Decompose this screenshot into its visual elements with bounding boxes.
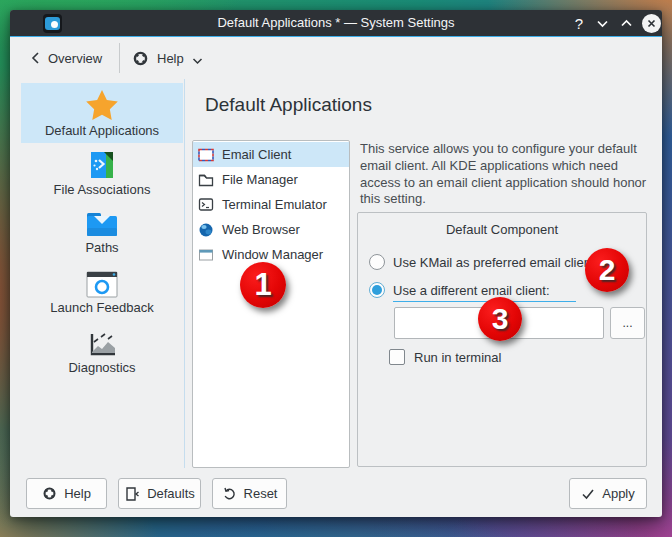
help-button[interactable]: Help: [26, 478, 107, 509]
annotation-badge-1: 1: [240, 262, 286, 308]
annotation-badge-2: 2: [585, 248, 629, 292]
sidebar-item-label: Diagnostics: [68, 360, 135, 375]
document-revert-icon: [124, 486, 140, 502]
help-menu-button[interactable]: Help: [132, 37, 203, 79]
radio-checked-icon: [369, 282, 385, 298]
close-button[interactable]: [638, 10, 664, 37]
service-row-label: Window Manager: [222, 247, 323, 262]
diagnostics-icon: [87, 332, 117, 358]
window-icon: [198, 248, 214, 262]
globe-icon: [198, 222, 214, 238]
group-title: Default Component: [358, 222, 646, 237]
service-row-terminal-emulator[interactable]: Terminal Emulator: [193, 192, 349, 217]
sidebar-item-label: File Associations: [54, 182, 151, 197]
toolbar-separator: [119, 43, 120, 73]
radio-unchecked-icon: [369, 254, 385, 270]
radio-use-kmail[interactable]: Use KMail as preferred email client: [369, 254, 595, 270]
folder-icon: [198, 172, 214, 187]
sidebar-item-label: Default Applications: [45, 123, 159, 138]
maximize-button[interactable]: [614, 10, 638, 37]
star-icon: [85, 89, 119, 121]
folder-icon: [86, 211, 118, 238]
sidebar-item-file-associations[interactable]: File Associations: [21, 143, 183, 203]
checkbox-label: Run in terminal: [414, 350, 501, 365]
sidebar-item-label: Paths: [85, 240, 118, 255]
service-row-label: Email Client: [222, 147, 291, 162]
annotation-badge-3: 3: [478, 297, 522, 341]
close-icon: [642, 14, 661, 33]
sidebar-item-paths[interactable]: Paths: [21, 203, 183, 263]
titlebar-help-button[interactable]: ?: [566, 10, 592, 37]
overview-label: Overview: [48, 51, 102, 66]
run-in-terminal-checkbox[interactable]: Run in terminal: [389, 349, 501, 365]
sidebar-item-default-applications[interactable]: Default Applications: [21, 83, 183, 143]
help-icon: [132, 50, 149, 67]
reset-button-label: Reset: [244, 486, 278, 501]
checkmark-icon: [581, 488, 595, 500]
launch-feedback-icon: [86, 271, 118, 298]
service-row-email-client[interactable]: Email Client: [193, 142, 349, 167]
overview-back-button[interactable]: Overview: [30, 37, 102, 79]
sidebar-item-label: Launch Feedback: [50, 300, 153, 315]
chevron-left-icon: [30, 51, 40, 65]
service-row-web-browser[interactable]: Web Browser: [193, 217, 349, 242]
service-description: This service allows you to configure you…: [360, 141, 656, 208]
chevron-down-icon: [596, 19, 609, 28]
defaults-button-label: Defaults: [147, 486, 195, 501]
service-row-file-manager[interactable]: File Manager: [193, 167, 349, 192]
help-label: Help: [157, 51, 184, 66]
toolbar: Overview Help: [10, 37, 662, 79]
help-button-label: Help: [64, 486, 91, 501]
system-settings-window: Default Applications * — System Settings…: [10, 10, 662, 517]
undo-icon: [222, 486, 237, 501]
defaults-button[interactable]: Defaults: [118, 478, 201, 509]
service-row-label: File Manager: [222, 172, 298, 187]
help-icon: [42, 486, 57, 501]
chevron-up-icon: [620, 19, 633, 28]
radio-use-different-client[interactable]: Use a different email client:: [369, 282, 576, 302]
browse-button[interactable]: ...: [610, 307, 645, 339]
radio-label: Use KMail as preferred email client: [393, 254, 595, 270]
sidebar-item-diagnostics[interactable]: Diagnostics: [21, 323, 183, 383]
chevron-down-icon: [192, 57, 203, 65]
file-associations-icon: [87, 150, 117, 180]
sidebar-item-launch-feedback[interactable]: Launch Feedback: [21, 263, 183, 323]
service-row-label: Terminal Emulator: [222, 197, 327, 212]
page-title: Default Applications: [205, 94, 372, 116]
minimize-button[interactable]: [590, 10, 614, 37]
window-title: Default Applications * — System Settings: [10, 10, 662, 37]
sidebar-separator: [184, 79, 185, 468]
titlebar[interactable]: Default Applications * — System Settings…: [10, 10, 662, 37]
service-row-label: Web Browser: [222, 222, 300, 237]
reset-button[interactable]: Reset: [212, 478, 287, 509]
terminal-icon: [198, 197, 214, 212]
email-icon: [198, 148, 214, 162]
radio-label: Use a different email client:: [393, 282, 576, 302]
desktop-wallpaper: Default Applications * — System Settings…: [0, 0, 672, 537]
apply-button[interactable]: Apply: [569, 478, 647, 509]
apply-button-label: Apply: [602, 486, 635, 501]
checkbox-unchecked-icon: [389, 349, 405, 365]
